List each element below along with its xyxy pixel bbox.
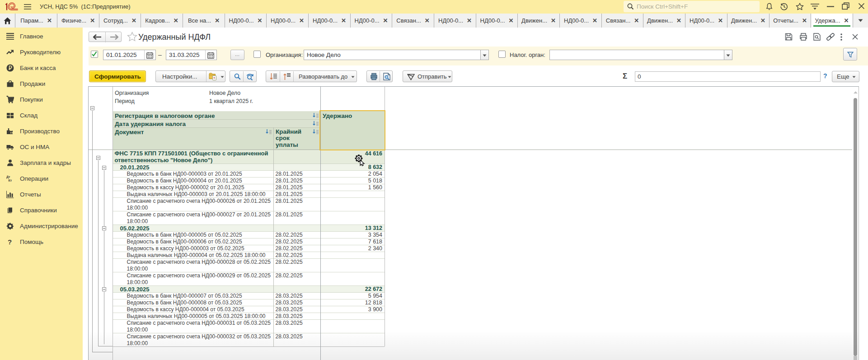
svg-text:Дт: Дт [6,175,10,179]
svg-text:Кт: Кт [9,179,12,182]
